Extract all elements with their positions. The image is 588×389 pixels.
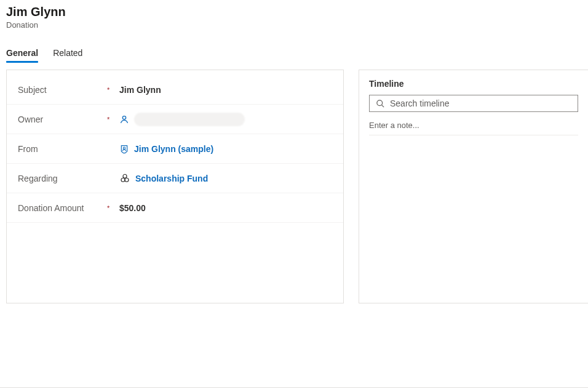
page-title: Jim Glynn — [6, 5, 582, 19]
note-input[interactable]: Enter a note... — [369, 119, 578, 135]
regarding-link[interactable]: Scholarship Fund — [135, 174, 208, 183]
required-indicator: * — [107, 116, 119, 123]
field-subject[interactable]: Subject * Jim Glynn — [7, 75, 343, 105]
field-label: Regarding — [18, 174, 107, 183]
entity-type: Donation — [6, 20, 582, 30]
timeline-search-input[interactable] — [390, 98, 571, 108]
field-label: Donation Amount — [18, 203, 107, 213]
person-icon — [119, 114, 129, 124]
owner-value-redacted — [134, 113, 245, 126]
field-owner[interactable]: Owner * — [7, 105, 343, 134]
field-value-donation-amount: $50.00 — [119, 203, 332, 213]
tab-bar: General Related — [0, 44, 588, 62]
required-indicator: * — [107, 86, 119, 94]
svg-line-6 — [381, 105, 384, 107]
svg-point-4 — [125, 178, 129, 182]
contact-card-icon — [119, 144, 129, 154]
svg-point-2 — [123, 174, 127, 178]
field-value-subject: Jim Glynn — [119, 85, 332, 95]
tab-general[interactable]: General — [6, 44, 38, 62]
field-label: Owner — [18, 114, 107, 124]
timeline-panel: Timeline Enter a note... — [359, 70, 588, 303]
svg-point-3 — [121, 178, 125, 182]
field-regarding[interactable]: Regarding Scholarship Fund — [7, 164, 343, 193]
from-link[interactable]: Jim Glynn (sample) — [134, 144, 213, 154]
timeline-search[interactable] — [369, 95, 578, 112]
required-indicator: * — [107, 204, 119, 212]
svg-point-5 — [377, 100, 383, 105]
regarding-icon — [119, 173, 130, 184]
field-from[interactable]: From Jim Glynn (sample) — [7, 134, 343, 164]
field-label: From — [18, 144, 107, 154]
svg-point-0 — [122, 116, 125, 119]
field-donation-amount[interactable]: Donation Amount * $50.00 — [7, 193, 343, 223]
field-label: Subject — [18, 85, 107, 95]
tab-related[interactable]: Related — [53, 44, 82, 62]
footer-divider — [0, 387, 588, 388]
svg-point-1 — [123, 147, 125, 149]
form-panel: Subject * Jim Glynn Owner * From — [6, 70, 344, 303]
timeline-title: Timeline — [369, 79, 578, 89]
search-icon — [376, 99, 385, 108]
